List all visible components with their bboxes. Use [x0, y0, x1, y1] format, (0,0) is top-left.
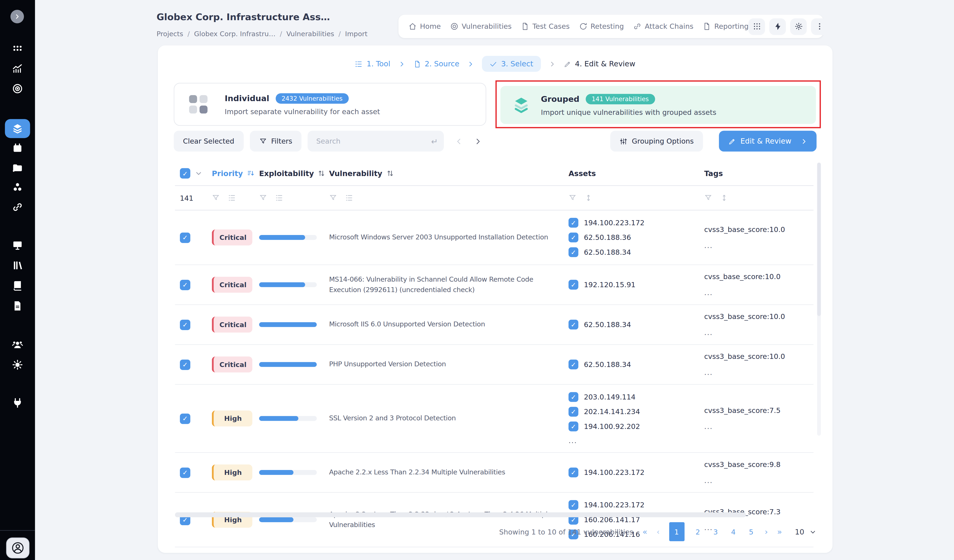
- funnel-icon[interactable]: [329, 194, 337, 202]
- funnel-icon[interactable]: [704, 194, 712, 202]
- first-page-button[interactable]: «: [642, 528, 647, 536]
- nav-home[interactable]: Home: [408, 22, 441, 31]
- column-exploitability[interactable]: Exploitability: [259, 169, 314, 178]
- asset-checkbox[interactable]: [569, 218, 578, 227]
- chevron-down-icon[interactable]: [195, 170, 203, 177]
- sidebar-item-settings[interactable]: [0, 359, 35, 370]
- sort-updown-icon[interactable]: [386, 170, 394, 177]
- grouped-mode-card[interactable]: Grouped 141 Vulnerabilities Import uniqu…: [500, 86, 816, 124]
- asset-checkbox[interactable]: [569, 280, 578, 289]
- page-4-button[interactable]: 4: [729, 527, 738, 536]
- tags-more[interactable]: ...: [704, 368, 814, 377]
- page-1-button[interactable]: 1: [669, 522, 684, 541]
- last-page-button[interactable]: »: [777, 528, 782, 536]
- column-vulnerability[interactable]: Vulnerability: [329, 169, 382, 178]
- prev-page-arrow[interactable]: [455, 137, 463, 145]
- edit-review-button[interactable]: Edit & Review: [719, 131, 817, 151]
- row-checkbox[interactable]: [180, 319, 190, 330]
- sidebar-item-book[interactable]: [0, 280, 35, 291]
- asset-checkbox[interactable]: [569, 407, 578, 417]
- tags-more[interactable]: ...: [704, 328, 814, 337]
- select-all-checkbox[interactable]: [180, 168, 190, 179]
- individual-mode-card[interactable]: Individual 2432 Vulnerabilities Import s…: [174, 83, 486, 126]
- asset-checkbox[interactable]: [569, 422, 578, 431]
- asset-checkbox[interactable]: [569, 232, 578, 242]
- funnel-icon[interactable]: [212, 194, 220, 202]
- sidebar-item-analytics[interactable]: [0, 63, 35, 74]
- sidebar-item-users[interactable]: [0, 339, 35, 350]
- row-checkbox[interactable]: [180, 280, 190, 290]
- sort-vertical-icon[interactable]: [585, 194, 592, 202]
- breadcrumb-vulnerabilities[interactable]: Vulnerabilities: [287, 30, 334, 38]
- tags-more[interactable]: ...: [704, 288, 814, 297]
- vertical-scrollbar[interactable]: [817, 163, 821, 436]
- sidebar-item-calendar[interactable]: [0, 142, 35, 154]
- sidebar-item-file-text[interactable]: [0, 300, 35, 311]
- page-size-select[interactable]: 10: [795, 527, 817, 536]
- page-3-button[interactable]: 3: [711, 527, 720, 536]
- column-assets[interactable]: Assets: [569, 169, 596, 178]
- asset-checkbox[interactable]: [569, 500, 578, 510]
- sidebar-item-library[interactable]: [0, 260, 35, 271]
- step-select[interactable]: 3. Select: [482, 56, 541, 72]
- asset-checkbox[interactable]: [569, 467, 578, 477]
- column-tags[interactable]: Tags: [704, 169, 723, 178]
- quick-actions-button[interactable]: [770, 18, 786, 34]
- asset-checkbox[interactable]: [569, 392, 578, 402]
- list-filter-icon[interactable]: [275, 194, 283, 202]
- prev-page-button[interactable]: ‹: [656, 528, 660, 536]
- breadcrumb-projects[interactable]: Projects: [156, 30, 183, 38]
- page-2-button[interactable]: 2: [694, 527, 702, 536]
- step-edit-review[interactable]: 4. Edit & Review: [563, 60, 635, 68]
- more-menu-button[interactable]: [811, 18, 828, 34]
- step-source[interactable]: 2. Source: [413, 60, 459, 68]
- nav-attack-chains[interactable]: Attack Chains: [633, 22, 694, 31]
- sidebar-item-link[interactable]: [0, 201, 35, 213]
- clear-selected-button[interactable]: Clear Selected: [174, 131, 243, 151]
- search-input[interactable]: [315, 136, 431, 146]
- breadcrumb-import[interactable]: Import: [345, 30, 368, 38]
- column-priority[interactable]: Priority: [212, 169, 243, 178]
- list-filter-icon[interactable]: [228, 194, 235, 202]
- horizontal-scrollbar[interactable]: [175, 512, 746, 517]
- apps-grid-button[interactable]: [748, 18, 765, 34]
- tags-more[interactable]: ...: [704, 241, 814, 250]
- nav-reporting[interactable]: Reporting: [703, 22, 748, 31]
- sidebar-item-plug[interactable]: [0, 397, 35, 409]
- list-filter-icon[interactable]: [345, 194, 353, 202]
- profile-avatar[interactable]: [6, 538, 30, 558]
- tags-more[interactable]: ...: [704, 422, 814, 431]
- sidebar-item-apps[interactable]: [0, 42, 35, 54]
- asset-checkbox[interactable]: [569, 247, 578, 257]
- funnel-icon[interactable]: [259, 194, 267, 202]
- app-logo[interactable]: [11, 10, 24, 23]
- row-checkbox[interactable]: [180, 359, 190, 370]
- asset-checkbox[interactable]: [569, 359, 578, 369]
- row-checkbox[interactable]: [180, 232, 190, 243]
- grouping-options-button[interactable]: Grouping Options: [610, 131, 703, 151]
- sidebar-item-layers-active[interactable]: [5, 119, 30, 138]
- sidebar-item-target[interactable]: [0, 83, 35, 95]
- step-tool[interactable]: 1. Tool: [355, 60, 390, 68]
- row-checkbox[interactable]: [180, 467, 190, 478]
- vertical-scrollbar-thumb[interactable]: [817, 163, 821, 316]
- next-page-arrow[interactable]: [474, 137, 482, 145]
- nav-retesting[interactable]: Retesting: [579, 22, 624, 31]
- sort-updown-icon[interactable]: [318, 170, 326, 177]
- breadcrumb-project[interactable]: Globex Corp. Infrastru…: [194, 30, 276, 38]
- assets-more[interactable]: ...: [569, 436, 704, 445]
- page-5-button[interactable]: 5: [747, 527, 756, 536]
- sidebar-item-monitor[interactable]: [0, 240, 35, 251]
- tags-more[interactable]: ...: [704, 476, 814, 485]
- filters-button[interactable]: Filters: [249, 131, 301, 151]
- sort-vertical-icon[interactable]: [720, 194, 728, 202]
- nav-vulnerabilities[interactable]: Vulnerabilities: [450, 22, 511, 31]
- sort-desc-icon[interactable]: [246, 170, 254, 177]
- sidebar-item-cubes[interactable]: [0, 182, 35, 193]
- next-page-button[interactable]: ›: [765, 528, 768, 536]
- nav-test-cases[interactable]: Test Cases: [521, 22, 570, 31]
- asset-checkbox[interactable]: [569, 320, 578, 330]
- sidebar-item-folder[interactable]: [0, 162, 35, 174]
- row-checkbox[interactable]: [180, 413, 190, 424]
- funnel-icon[interactable]: [569, 194, 576, 202]
